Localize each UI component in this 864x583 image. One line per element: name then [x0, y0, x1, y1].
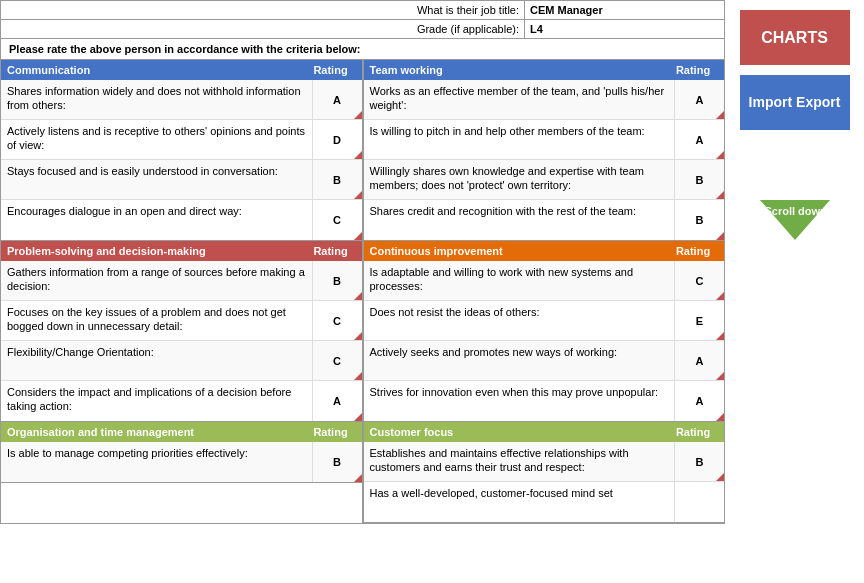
cont-row-1-text: Is adaptable and willing to work with ne… — [364, 261, 675, 300]
team-row-3-rating: B — [674, 160, 724, 199]
team-working-header: Team working Rating — [364, 60, 725, 80]
table-row: Willingly shares own knowledge and exper… — [364, 160, 725, 200]
table-row: Actively listens and is receptive to oth… — [1, 120, 362, 160]
job-title-row: What is their job title: CEM Manager — [1, 1, 724, 20]
prob-row-3-rating: C — [312, 341, 362, 380]
continuous-improvement-header: Continuous improvement Rating — [364, 241, 725, 261]
table-row: Is willing to pitch in and help other me… — [364, 120, 725, 160]
continuous-improvement-label: Continuous improvement — [370, 245, 669, 257]
communication-rating-header: Rating — [306, 64, 356, 76]
team-working-section: Team working Rating Works as an effectiv… — [364, 60, 725, 241]
team-row-3-text: Willingly shares own knowledge and exper… — [364, 160, 675, 199]
team-working-label: Team working — [370, 64, 669, 76]
customer-focus-section: Customer focus Rating Establishes and ma… — [364, 422, 725, 523]
team-row-2-rating: A — [674, 120, 724, 159]
comm-row-3-text: Stays focused and is easily understood i… — [1, 160, 312, 199]
prob-row-3-text: Flexibility/Change Orientation: — [1, 341, 312, 380]
comm-row-4-rating: C — [312, 200, 362, 240]
org-row-1-text: Is able to manage competing priorities e… — [1, 442, 312, 482]
organisation-header: Organisation and time management Rating — [1, 422, 362, 442]
criteria-grid: Communication Rating Shares information … — [1, 60, 724, 523]
continuous-improvement-rating-header: Rating — [668, 245, 718, 257]
comm-row-2-rating: D — [312, 120, 362, 159]
prob-row-1-rating: B — [312, 261, 362, 300]
cust-row-1-rating: B — [674, 442, 724, 481]
cont-row-3-text: Actively seeks and promotes new ways of … — [364, 341, 675, 380]
comm-row-3-rating: B — [312, 160, 362, 199]
team-row-1-text: Works as an effective member of the team… — [364, 80, 675, 119]
table-row: Shares credit and recognition with the r… — [364, 200, 725, 240]
team-row-1-rating: A — [674, 80, 724, 119]
table-row: Strives for innovation even when this ma… — [364, 381, 725, 421]
comm-row-1-rating: A — [312, 80, 362, 119]
organisation-rating-header: Rating — [306, 426, 356, 438]
team-row-2-text: Is willing to pitch in and help other me… — [364, 120, 675, 159]
org-row-1-rating: B — [312, 442, 362, 482]
table-row: Flexibility/Change Orientation: C — [1, 341, 362, 381]
cont-row-4-rating: A — [674, 381, 724, 421]
table-row: Does not resist the ideas of others: E — [364, 301, 725, 341]
import-export-button[interactable]: Import Export — [740, 75, 850, 130]
problem-solving-label: Problem-solving and decision-making — [7, 245, 306, 257]
comm-row-2-text: Actively listens and is receptive to oth… — [1, 120, 312, 159]
organisation-section: Organisation and time management Rating … — [1, 422, 362, 483]
table-row: Stays focused and is easily understood i… — [1, 160, 362, 200]
prob-row-1-text: Gathers information from a range of sour… — [1, 261, 312, 300]
team-row-4-rating: B — [674, 200, 724, 240]
table-row: Actively seeks and promotes new ways of … — [364, 341, 725, 381]
comm-row-1-text: Shares information widely and does not w… — [1, 80, 312, 119]
left-col: Communication Rating Shares information … — [1, 60, 363, 523]
scroll-down-arrow-icon: Scroll down — [760, 200, 830, 240]
table-row: Establishes and maintains effective rela… — [364, 442, 725, 482]
communication-section: Communication Rating Shares information … — [1, 60, 362, 241]
comm-row-4-text: Encourages dialogue in an open and direc… — [1, 200, 312, 240]
grade-label: Grade (if applicable): — [1, 20, 524, 38]
table-row: Is able to manage competing priorities e… — [1, 442, 362, 482]
cont-row-4-text: Strives for innovation even when this ma… — [364, 381, 675, 421]
cont-row-2-rating: E — [674, 301, 724, 340]
job-title-value: CEM Manager — [524, 1, 724, 19]
team-row-4-text: Shares credit and recognition with the r… — [364, 200, 675, 240]
table-row: Has a well-developed, customer-focused m… — [364, 482, 725, 522]
problem-solving-header: Problem-solving and decision-making Rati… — [1, 241, 362, 261]
sidebar: CHARTS Import Export Scroll down — [725, 0, 864, 524]
table-row: Works as an effective member of the team… — [364, 80, 725, 120]
scroll-down-label: Scroll down — [765, 205, 825, 217]
prob-row-4-rating: A — [312, 381, 362, 421]
customer-focus-label: Customer focus — [370, 426, 669, 438]
cust-row-1-text: Establishes and maintains effective rela… — [364, 442, 675, 481]
job-title-label: What is their job title: — [1, 1, 524, 19]
cust-row-2-text: Has a well-developed, customer-focused m… — [364, 482, 675, 522]
table-row: Shares information widely and does not w… — [1, 80, 362, 120]
charts-button[interactable]: CHARTS — [740, 10, 850, 65]
communication-label: Communication — [7, 64, 306, 76]
table-row: Considers the impact and implications of… — [1, 381, 362, 421]
grade-row: Grade (if applicable): L4 — [1, 20, 724, 39]
prob-row-2-rating: C — [312, 301, 362, 340]
main-content: What is their job title: CEM Manager Gra… — [0, 0, 725, 524]
prob-row-2-text: Focuses on the key issues of a problem a… — [1, 301, 312, 340]
cont-row-3-rating: A — [674, 341, 724, 380]
grade-value: L4 — [524, 20, 724, 38]
please-rate-text: Please rate the above person in accordan… — [1, 39, 724, 60]
table-row: Focuses on the key issues of a problem a… — [1, 301, 362, 341]
customer-focus-rating-header: Rating — [668, 426, 718, 438]
organisation-label: Organisation and time management — [7, 426, 306, 438]
right-col: Team working Rating Works as an effectiv… — [363, 60, 725, 523]
table-row: Is adaptable and willing to work with ne… — [364, 261, 725, 301]
continuous-improvement-section: Continuous improvement Rating Is adaptab… — [364, 241, 725, 422]
prob-row-4-text: Considers the impact and implications of… — [1, 381, 312, 421]
scroll-down-arrow-wrapper[interactable]: Scroll down — [760, 200, 830, 240]
cont-row-1-rating: C — [674, 261, 724, 300]
scroll-down-container: Scroll down — [760, 200, 830, 240]
communication-header: Communication Rating — [1, 60, 362, 80]
problem-solving-section: Problem-solving and decision-making Rati… — [1, 241, 362, 422]
import-export-label: Import Export — [749, 93, 841, 111]
customer-focus-header: Customer focus Rating — [364, 422, 725, 442]
table-row: Encourages dialogue in an open and direc… — [1, 200, 362, 240]
problem-solving-rating-header: Rating — [306, 245, 356, 257]
cont-row-2-text: Does not resist the ideas of others: — [364, 301, 675, 340]
cust-row-2-rating — [674, 482, 724, 522]
table-row: Gathers information from a range of sour… — [1, 261, 362, 301]
team-working-rating-header: Rating — [668, 64, 718, 76]
